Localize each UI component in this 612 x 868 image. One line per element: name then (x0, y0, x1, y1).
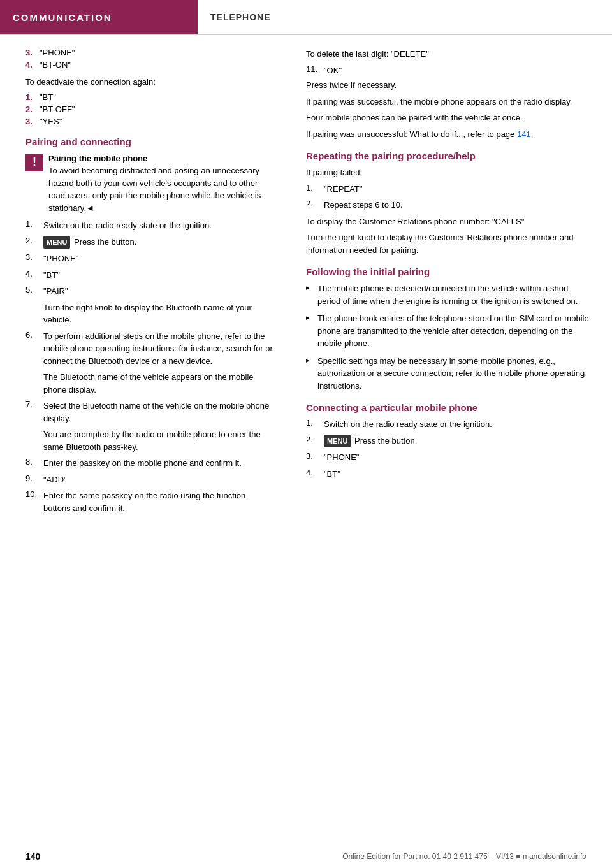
step-6: 6. To perform additional steps on the mo… (26, 330, 274, 368)
list-text: "BT-ON" (40, 60, 71, 69)
connect-step-1: 1. Switch on the radio ready state or th… (306, 418, 593, 431)
repeat-step-1: 1. "REPEAT" (306, 183, 593, 196)
deactivate-list: 1. "BT" 2. "BT-OFF" 3. "YES" (26, 92, 274, 126)
para-unsuccessful-text1: If pairing was unsuccessful: What to do … (306, 129, 517, 139)
step-10: 10. Enter the same passkey on the radio … (26, 489, 274, 514)
step-num: 10. (26, 489, 43, 499)
step-5: 5. "PAIR" (26, 285, 274, 298)
step-2: 2. MENU Press the button. (26, 236, 274, 249)
step-text: Switch on the radio ready state or the i… (324, 418, 492, 431)
step-num: 1. (306, 418, 324, 428)
connect-step-4: 4. "BT" (306, 468, 593, 481)
header-section-communication: COMMUNICATION (0, 0, 198, 34)
bullet-text: The mobile phone is detected/connected i… (317, 282, 593, 307)
page-header: COMMUNICATION TELEPHONE (0, 0, 612, 35)
connect-step-2: 2. MENU Press the button. (306, 435, 593, 448)
step-num: 7. (26, 400, 43, 409)
connect-step-3: 3. "PHONE" (306, 451, 593, 464)
page-footer: 140 Online Edition for Part no. 01 40 2 … (0, 851, 612, 862)
bullet-text: The phone book entries of the telephone … (317, 312, 593, 350)
bullet-item: ▸ The mobile phone is detected/connected… (306, 282, 593, 307)
step-text: "PHONE" (43, 252, 78, 265)
warning-icon: ! (26, 154, 43, 171)
warning-block: ! Pairing the mobile phone To avoid beco… (26, 152, 274, 215)
footer-site: ■ manualsonline.info (516, 852, 586, 861)
step-num: 2. (26, 236, 43, 245)
connecting-steps: 1. Switch on the radio ready state or th… (306, 418, 593, 480)
step-num: 2. (306, 435, 324, 444)
step-8: 8. Enter the passkey on the mobile phone… (26, 457, 274, 470)
pairing-steps: 1. Switch on the radio ready state or th… (26, 219, 274, 514)
customer-relations-intro: To display the Customer Relations phone … (306, 215, 593, 228)
step-num: 1. (306, 183, 324, 192)
step-text: "PAIR" (43, 285, 68, 298)
list-num: 1. (26, 92, 40, 102)
following-bullets: ▸ The mobile phone is detected/connected… (306, 282, 593, 392)
para-four-phones: Four mobile phones can be paired with th… (306, 112, 593, 124)
step-text: Enter the passkey on the mobile phone an… (43, 457, 242, 470)
pairing-heading: Pairing and connecting (26, 136, 274, 147)
warning-text: Pairing the mobile phone To avoid becomi… (48, 152, 274, 215)
main-content: 3. "PHONE" 4. "BT-ON" To deactivate the … (0, 35, 612, 531)
list-text: "BT" (40, 92, 56, 102)
step-num: 5. (26, 285, 43, 294)
step-text: "BT" (43, 269, 60, 282)
pairing-failed-intro: If pairing failed: (306, 166, 593, 179)
step-num: 6. (26, 330, 43, 340)
bullet-item: ▸ The phone book entries of the telephon… (306, 312, 593, 350)
right-column: To delete the last digit: "DELETE" 11. "… (293, 48, 612, 518)
para-success: If pairing was successful, the mobile ph… (306, 96, 593, 108)
step-text: Select the Bluetooth name of the vehicle… (43, 400, 274, 424)
deactivate-intro: To deactivate the connection again: (26, 76, 274, 89)
list-num: 3. (26, 48, 40, 57)
press-twice: Press twice if necessary. (306, 79, 593, 92)
footer-copyright: Online Edition for Part no. 01 40 2 911 … (342, 852, 586, 861)
bullet-arrow-icon: ▸ (306, 284, 317, 292)
step-text: MENU Press the button. (324, 435, 417, 448)
step-6-sub: The Bluetooth name of the vehicle appear… (43, 371, 274, 396)
step-num: 3. (26, 252, 43, 262)
repeat-step-2: 2. Repeat steps 6 to 10. (306, 199, 593, 212)
para-unsuccessful: If pairing was unsuccessful: What to do … (306, 128, 593, 141)
step-text: Repeat steps 6 to 10. (324, 199, 403, 212)
step-text: Switch on the radio ready state or the i… (43, 219, 212, 232)
menu-button: MENU (324, 435, 351, 448)
list-num: 3. (26, 117, 40, 126)
step-text: "REPEAT" (324, 183, 362, 196)
step-text: "PHONE" (324, 451, 359, 464)
step-11: 11. "OK" (306, 64, 593, 77)
step-num: 9. (26, 474, 43, 483)
following-heading: Following the initial pairing (306, 266, 593, 277)
step-text: MENU Press the button. (43, 236, 136, 249)
step-text: "ADD" (43, 474, 67, 486)
repeating-steps: 1. "REPEAT" 2. Repeat steps 6 to 10. (306, 183, 593, 212)
link-141[interactable]: 141 (517, 129, 531, 139)
bullet-item: ▸ Specific settings may be necessary in … (306, 355, 593, 393)
list-text: "BT-OFF" (40, 105, 75, 114)
step-num: 1. (26, 219, 43, 229)
para-unsuccessful-text2: . (531, 129, 534, 139)
step-7-sub: You are prompted by the radio or mobile … (43, 428, 274, 453)
bullet-arrow-icon: ▸ (306, 356, 317, 365)
step-1: 1. Switch on the radio ready state or th… (26, 219, 274, 232)
step-num: 8. (26, 457, 43, 467)
list-num: 2. (26, 105, 40, 114)
step-text: Enter the same passkey on the radio usin… (43, 489, 274, 514)
step-4: 4. "BT" (26, 269, 274, 282)
step-num: 4. (26, 269, 43, 278)
customer-relations-body: Turn the right knob to display the Custo… (306, 231, 593, 256)
step-text: "BT" (324, 468, 340, 481)
header-section-telephone: TELEPHONE (198, 0, 284, 34)
step-num: 3. (306, 451, 324, 461)
list-item: 4. "BT-ON" (26, 60, 274, 69)
left-column: 3. "PHONE" 4. "BT-ON" To deactivate the … (0, 48, 293, 518)
list-item: 3. "PHONE" (26, 48, 274, 57)
communication-label: COMMUNICATION (13, 12, 112, 23)
step-num: 2. (306, 199, 324, 208)
list-num: 4. (26, 60, 40, 69)
copyright-text: Online Edition for Part no. 01 40 2 911 … (342, 852, 514, 861)
list-text: "PHONE" (40, 48, 75, 57)
warning-title: Pairing the mobile phone (48, 152, 274, 165)
list-item: 2. "BT-OFF" (26, 105, 274, 114)
step-num: 4. (306, 468, 324, 477)
